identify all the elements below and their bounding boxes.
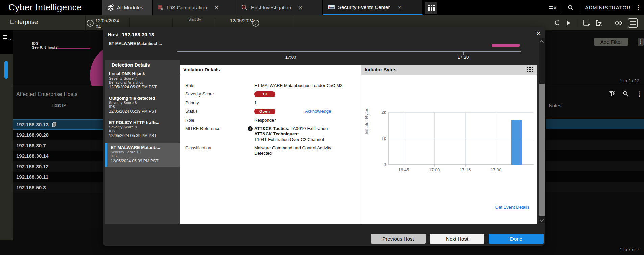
kebab-menu-icon[interactable]: ⋮: [636, 5, 641, 10]
host-row[interactable]: 192.168.90.20: [13, 130, 105, 140]
mitre-tactics-value: TA0010-Exfiltration: [289, 126, 328, 131]
divider: [546, 86, 644, 86]
host-ip-link[interactable]: 192.168.50.3: [16, 185, 46, 190]
shift-by-label: Shift By: [188, 17, 201, 21]
context-label: Enterprise: [10, 19, 38, 26]
end-date[interactable]: 12/05/2024: [230, 18, 254, 23]
chevron-left-icon[interactable]: ‹: [87, 20, 94, 27]
apps-grid-button[interactable]: [425, 2, 437, 14]
notes-column-header[interactable]: Notes: [549, 103, 562, 108]
host-row[interactable]: 192.168.30.11: [13, 172, 105, 182]
acknowledge-link[interactable]: Acknowledge: [305, 109, 331, 114]
notes-row[interactable]: [546, 182, 644, 192]
host-row[interactable]: 192.168.30.14: [13, 151, 105, 161]
host-ip-link[interactable]: 192.168.30.13: [16, 122, 49, 127]
y-tick-label: 1k: [375, 136, 386, 141]
start-time[interactable]: 04:: [96, 24, 102, 29]
done-button[interactable]: Done: [489, 234, 544, 244]
host-ip-link[interactable]: 192.168.30.12: [16, 164, 49, 169]
notes-toolbar: ⋮: [609, 91, 642, 97]
pie-tooltip-count: Sev 9: 6 hosts: [32, 46, 58, 50]
search-icon[interactable]: [568, 5, 574, 11]
scrollbar-thumb[interactable]: [539, 84, 545, 216]
play-icon[interactable]: [566, 20, 571, 26]
rail-scroll-indicator[interactable]: [4, 61, 8, 79]
notes-row[interactable]: [546, 171, 644, 182]
notes-row[interactable]: [546, 150, 644, 161]
scroll-up-icon[interactable]: [540, 40, 544, 44]
main-menu-button[interactable]: [628, 18, 638, 28]
tab-host-investigation[interactable]: Host Investigation ×: [236, 0, 323, 15]
pie-tooltip-source: IDS: [32, 42, 58, 46]
classification-label: Classification: [185, 145, 254, 156]
refresh-icon[interactable]: [554, 20, 560, 26]
previous-host-button[interactable]: Previous Host: [371, 234, 426, 244]
close-icon[interactable]: ×: [536, 29, 541, 37]
close-icon[interactable]: ×: [299, 5, 302, 10]
detection-time: 12/05/2024 05:39 PM PST: [109, 133, 180, 138]
start-date[interactable]: 12/05/2024: [95, 18, 119, 23]
severity-label: Severity Score: [185, 91, 254, 97]
rule-label: Rule: [185, 83, 254, 88]
notes-row[interactable]: [546, 119, 644, 129]
host-row[interactable]: 192.168.50.3: [13, 182, 105, 193]
tab-all-modules[interactable]: All Modules: [102, 0, 152, 15]
tab-security-events-center[interactable]: Security Events Center ×: [323, 0, 423, 15]
eye-icon[interactable]: [615, 20, 622, 26]
detection-item[interactable]: Outgoing file detectedSeverity Score 8ID…: [105, 95, 180, 114]
filter-kebab-button[interactable]: ⋮: [638, 38, 644, 46]
expand-sidebar-button[interactable]: →: [0, 30, 13, 54]
timeline-event-span[interactable]: [492, 44, 520, 47]
detection-time: 12/05/2024 05:05 PM PST: [109, 85, 180, 89]
timeline-tick: [463, 51, 464, 55]
y-axis-label: Initiator Bytes: [364, 108, 369, 134]
info-icon[interactable]: i: [248, 126, 253, 131]
notes-row[interactable]: [546, 140, 644, 150]
host-ip-column-header[interactable]: Host IP: [13, 103, 105, 108]
copy-icon[interactable]: [52, 122, 57, 127]
close-icon[interactable]: ×: [215, 5, 218, 10]
y-tick-label: 2k: [375, 110, 386, 115]
clear-list-icon[interactable]: ×: [549, 5, 556, 10]
chevron-right-icon[interactable]: ›: [252, 20, 259, 27]
divider: [579, 4, 579, 12]
detection-source: IDS: [111, 154, 178, 158]
host-row[interactable]: 192.168.30.12: [13, 161, 105, 172]
modules-layers-icon: [107, 4, 114, 11]
user-menu[interactable]: ADMINISTRATOR: [585, 5, 631, 10]
notes-row[interactable]: [546, 161, 644, 171]
host-ip-link[interactable]: 192.168.90.20: [16, 132, 49, 138]
tab-label: Host Investigation: [251, 5, 291, 10]
quick-filter-icon[interactable]: [609, 91, 615, 97]
scroll-down-icon[interactable]: [540, 218, 544, 222]
detection-source: IDS: [109, 105, 180, 109]
page-scrollbar[interactable]: [539, 38, 545, 223]
notes-row[interactable]: [546, 129, 644, 140]
report-add-icon[interactable]: [583, 20, 590, 26]
host-ip-link[interactable]: 192.168.30.7: [16, 143, 46, 148]
timeline-tick-label: 17:00: [279, 55, 303, 60]
close-icon[interactable]: ×: [398, 4, 401, 10]
host-ip-link[interactable]: 192.168.30.11: [16, 174, 48, 180]
add-filter-button[interactable]: Add Filter: [594, 38, 628, 46]
get-event-details-link[interactable]: Get Event Details: [495, 205, 529, 210]
detection-details-heading: Detection Details: [105, 62, 180, 68]
detection-item[interactable]: ET POLICY HTTP traffi...Severity Score 9…: [105, 120, 180, 138]
export-icon[interactable]: [595, 20, 602, 26]
toolbar-actions: [554, 15, 638, 30]
x-tick-label: 17:30: [486, 167, 506, 172]
host-row[interactable]: 192.168.30.7: [13, 140, 105, 151]
kebab-menu-icon[interactable]: ⋮: [636, 91, 642, 97]
host-ip-link[interactable]: 192.168.30.14: [16, 153, 49, 159]
violation-details-heading: Violation Details: [180, 65, 361, 75]
mitre-techniques-label: ATT&CK Techniques:: [254, 131, 299, 136]
next-host-button[interactable]: Next Host: [430, 234, 484, 244]
host-row[interactable]: 192.168.30.13: [13, 119, 105, 130]
grid-view-icon[interactable]: [527, 67, 533, 72]
detection-item[interactable]: ET MALWARE Matanb...Severity Score 10IDS…: [105, 143, 180, 167]
detection-item[interactable]: Local DNS HijackSeverity Score 7Behavior…: [105, 71, 180, 89]
detection-severity: Severity Score 8: [109, 101, 180, 105]
axis-tick: [496, 165, 496, 167]
search-icon[interactable]: [623, 91, 629, 97]
tab-ids-configuration[interactable]: IDS IDS Configuration ×: [153, 0, 236, 15]
